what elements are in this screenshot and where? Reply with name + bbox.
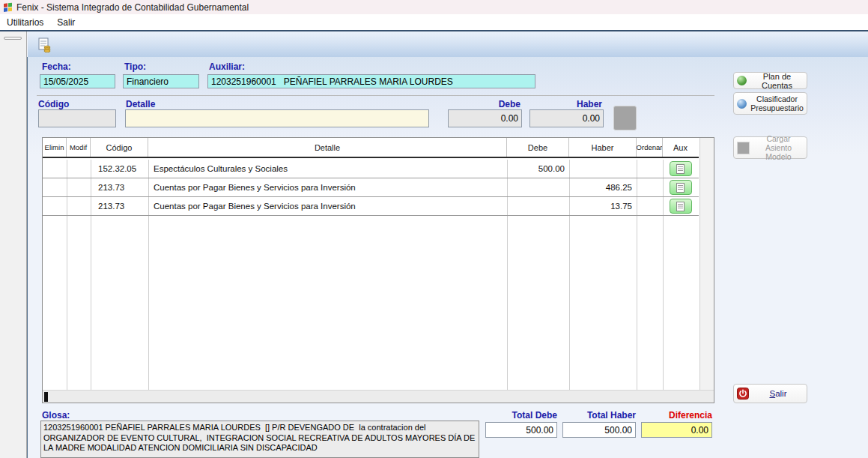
cell-haber xyxy=(569,160,637,178)
table-row[interactable]: 152.32.05 Espectáculos Culturales y Soci… xyxy=(43,160,699,178)
table-row[interactable]: 213.73 Cuentas por Pagar Bienes y Servic… xyxy=(43,197,699,216)
table-row[interactable]: 213.73 Cuentas por Pagar Bienes y Servic… xyxy=(43,178,699,197)
fecha-label: Fecha: xyxy=(42,61,71,72)
menu-bar: Utilitarios Salir xyxy=(0,14,868,30)
cell-codigo: 152.32.05 xyxy=(91,160,148,178)
cell-debe xyxy=(507,178,569,196)
menu-item-salir[interactable]: Salir xyxy=(50,16,82,29)
total-debe-label: Total Debe xyxy=(485,410,557,421)
aux-button[interactable] xyxy=(670,199,692,214)
table-header-row: Elimin Modif Código Detalle Debe Haber O… xyxy=(43,138,699,158)
diferencia-field xyxy=(641,422,712,438)
menu-item-utilitarios[interactable]: Utilitarios xyxy=(0,16,50,29)
debe-label: Debe xyxy=(448,99,521,109)
table-body: 152.32.05 Espectáculos Culturales y Soci… xyxy=(43,160,699,390)
window-title: Fenix - Sistema Integrado de Contabilida… xyxy=(16,2,249,13)
clasificador-presupuestario-button[interactable]: Clasificador Presupuestario xyxy=(733,92,807,115)
total-debe-field xyxy=(485,422,557,438)
cell-debe: 500.00 xyxy=(507,160,569,178)
left-panel xyxy=(0,31,27,458)
document-coins-icon xyxy=(37,37,52,52)
col-header-debe[interactable]: Debe xyxy=(507,138,569,157)
document-list-icon xyxy=(676,164,685,174)
glosa-textarea[interactable]: 1203251960001 PEÑAFIEL PARRALES MARIA LO… xyxy=(40,421,479,458)
cell-detalle: Cuentas por Pagar Bienes y Servicios par… xyxy=(148,197,507,215)
auxiliar-label: Auxiliar: xyxy=(209,61,245,72)
gray-square-icon xyxy=(737,142,750,154)
app-icon xyxy=(3,2,13,12)
vertical-scrollbar[interactable] xyxy=(699,138,714,390)
salir-button[interactable]: Salir xyxy=(733,384,807,403)
col-header-codigo[interactable]: Código xyxy=(91,138,148,157)
cell-haber: 486.25 xyxy=(569,178,637,196)
title-bar: Fenix - Sistema Integrado de Contabilida… xyxy=(0,0,868,14)
total-haber-label: Total Haber xyxy=(562,410,636,421)
panel-grip[interactable] xyxy=(4,37,22,40)
document-list-icon xyxy=(676,183,685,193)
tipo-label: Tipo: xyxy=(124,61,146,72)
aux-button[interactable] xyxy=(670,180,692,195)
blue-sphere-icon xyxy=(737,99,747,109)
detalle-label: Detalle xyxy=(126,99,155,109)
journal-entry-tool-button[interactable] xyxy=(34,35,53,54)
clasificador-label-line1: Clasificador xyxy=(756,94,798,103)
scrollbar-thumb[interactable] xyxy=(44,392,48,402)
add-line-button[interactable] xyxy=(613,106,637,130)
cell-haber: 13.75 xyxy=(569,197,637,215)
cargar-label-line2: Modelo xyxy=(765,152,791,161)
cell-codigo: 213.73 xyxy=(91,197,148,215)
green-sphere-icon xyxy=(737,76,747,85)
codigo-input[interactable] xyxy=(38,109,116,127)
col-header-modif[interactable]: Modif xyxy=(67,138,91,157)
app-window: Fenix - Sistema Integrado de Contabilida… xyxy=(0,0,868,458)
main-panel: Fecha: Tipo: Auxiliar: Código Detalle De… xyxy=(27,57,868,458)
debe-input[interactable] xyxy=(448,109,522,127)
haber-label: Haber xyxy=(529,99,602,109)
glosa-label: Glosa: xyxy=(42,410,70,421)
toolbar xyxy=(28,31,868,57)
salir-label: Salir xyxy=(769,389,786,398)
tipo-input[interactable] xyxy=(123,74,199,88)
codigo-label: Código xyxy=(38,99,69,109)
horizontal-scrollbar[interactable] xyxy=(43,390,714,403)
auxiliar-input[interactable] xyxy=(207,74,535,88)
plan-de-cuentas-button[interactable]: Plan de Cuentas xyxy=(733,72,807,89)
entries-table: Elimin Modif Código Detalle Debe Haber O… xyxy=(42,137,714,403)
col-header-aux[interactable]: Aux xyxy=(663,138,698,157)
col-header-detalle[interactable]: Detalle xyxy=(148,138,507,157)
divider xyxy=(37,95,714,96)
document-list-icon xyxy=(676,202,685,211)
cell-codigo: 213.73 xyxy=(91,178,148,196)
col-header-haber[interactable]: Haber xyxy=(569,138,637,157)
total-haber-field xyxy=(562,422,636,438)
clasificador-label-line2: Presupuestario xyxy=(750,103,804,112)
cargar-label-line1: Cargar Asiento xyxy=(765,134,792,152)
diferencia-label: Diferencia xyxy=(641,410,712,421)
aux-button[interactable] xyxy=(670,161,692,176)
fecha-input[interactable] xyxy=(40,74,115,88)
cargar-asiento-modelo-button[interactable]: Cargar Asiento Modelo xyxy=(733,136,807,159)
power-icon xyxy=(737,388,749,400)
cell-detalle: Espectáculos Culturales y Sociales xyxy=(148,160,507,178)
cell-debe xyxy=(507,197,569,215)
detalle-input[interactable] xyxy=(125,109,429,127)
cell-detalle: Cuentas por Pagar Bienes y Servicios par… xyxy=(148,178,507,196)
haber-input[interactable] xyxy=(529,109,604,127)
col-header-elimin[interactable]: Elimin xyxy=(43,138,67,157)
plan-de-cuentas-label: Plan de Cuentas xyxy=(750,72,804,90)
col-header-ordenar[interactable]: Ordenar xyxy=(637,138,663,157)
